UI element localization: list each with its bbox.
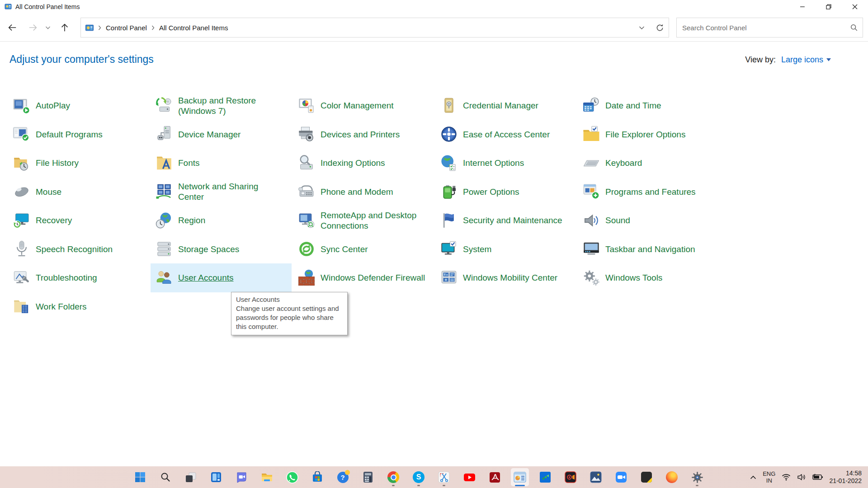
control-panel-icon: [514, 472, 526, 483]
wifi-icon[interactable]: [778, 468, 794, 486]
chat-button[interactable]: [232, 468, 250, 486]
search-box[interactable]: [676, 18, 863, 38]
control-panel-item-date-time[interactable]: Date and Time: [582, 91, 720, 120]
video-app-button[interactable]: [536, 468, 554, 486]
default-programs-icon: [13, 125, 31, 143]
control-panel-item-phone-modem[interactable]: Phone and Modem: [297, 178, 435, 206]
control-panel-item-file-history[interactable]: File History: [13, 149, 151, 178]
start-button[interactable]: [131, 468, 149, 486]
address-bar[interactable]: Control Panel All Control Panel Items: [80, 18, 669, 38]
screen-recorder-button[interactable]: [561, 468, 580, 486]
control-panel-item-file-explorer-options[interactable]: File Explorer Options: [582, 120, 720, 149]
breadcrumb-all-items[interactable]: All Control Panel Items: [159, 24, 228, 32]
battery-charging-icon[interactable]: [809, 468, 826, 486]
control-panel-item-device-manager[interactable]: Device Manager: [155, 120, 293, 149]
youtube-button[interactable]: [460, 468, 478, 486]
refresh-icon[interactable]: [651, 18, 669, 37]
close-button[interactable]: [842, 0, 868, 14]
autoplay-icon: [13, 97, 31, 115]
view-by-dropdown[interactable]: Large icons: [781, 55, 831, 65]
forward-icon[interactable]: [26, 21, 40, 34]
control-panel-item-power-options[interactable]: Power Options: [440, 178, 578, 206]
control-panel-item-user-accounts[interactable]: User Accounts: [151, 263, 292, 292]
work-folders-icon: [13, 297, 31, 315]
control-panel-item-network-sharing[interactable]: Network and Sharing Center: [155, 178, 293, 206]
control-panel-item-internet-options[interactable]: Internet Options: [440, 149, 578, 178]
control-panel-item-keyboard[interactable]: Keyboard: [582, 149, 720, 178]
control-panel-item-devices-printers[interactable]: Devices and Printers: [297, 120, 435, 149]
control-panel-item-backup-restore[interactable]: Backup and Restore (Windows 7): [155, 91, 293, 120]
task-view-button[interactable]: [182, 468, 200, 486]
control-panel-item-troubleshooting[interactable]: Troubleshooting: [13, 263, 151, 292]
chrome-button[interactable]: [384, 468, 402, 486]
acrobat-icon: [489, 472, 500, 483]
control-panel-item-indexing-options[interactable]: Indexing Options: [297, 149, 435, 178]
photos-button[interactable]: [587, 468, 605, 486]
control-panel-item-defender-firewall[interactable]: Windows Defender Firewall: [297, 263, 435, 292]
control-panel-item-mouse[interactable]: Mouse: [13, 178, 151, 206]
restore-button[interactable]: [816, 0, 842, 14]
clock[interactable]: 14:58 21-01-2022: [829, 469, 865, 485]
date-time-icon: [582, 97, 600, 115]
snipping-tool-button[interactable]: [435, 468, 453, 486]
control-panel-item-mobility-center[interactable]: Windows Mobility Center: [440, 263, 578, 292]
search-input[interactable]: [682, 24, 850, 32]
zoom-button[interactable]: [612, 468, 630, 486]
notes-app-icon: [641, 472, 652, 483]
control-panel-item-recovery[interactable]: Recovery: [13, 206, 151, 235]
address-dropdown-icon[interactable]: [632, 18, 651, 37]
calculator-button[interactable]: [359, 468, 377, 486]
control-panel-item-ease-of-access[interactable]: Ease of Access Center: [440, 120, 578, 149]
control-panel-item-work-folders[interactable]: Work Folders: [13, 292, 151, 321]
recent-locations-icon[interactable]: [43, 21, 52, 34]
control-panel-item-taskbar-navigation[interactable]: Taskbar and Navigation: [582, 235, 720, 264]
skype-button[interactable]: S: [410, 468, 428, 486]
settings-button[interactable]: [688, 468, 706, 486]
tooltip-title: User Accounts: [236, 295, 343, 304]
widgets-button[interactable]: [207, 468, 225, 486]
control-panel-item-remoteapp[interactable]: RemoteApp and Desktop Connections: [297, 206, 435, 235]
control-panel-item-sound[interactable]: Sound: [582, 206, 720, 235]
internet-options-icon: [440, 154, 458, 172]
window-title: All Control Panel Items: [15, 3, 80, 10]
notes-app-button[interactable]: [637, 468, 656, 486]
control-panel-taskbar-button[interactable]: [511, 468, 529, 486]
search-icon[interactable]: [850, 23, 858, 32]
widgets-icon: [210, 471, 222, 483]
control-panel-item-default-programs[interactable]: Default Programs: [13, 120, 151, 149]
minimize-button[interactable]: [789, 0, 816, 14]
tray-chevron-up-icon[interactable]: [747, 468, 760, 486]
up-icon[interactable]: [58, 21, 71, 34]
control-panel-item-speech-recognition[interactable]: Speech Recognition: [13, 235, 151, 264]
microsoft-store-button[interactable]: [308, 468, 326, 486]
control-panel-item-color-management[interactable]: Color Management: [297, 91, 435, 120]
firefox-button[interactable]: [663, 468, 681, 486]
search-button[interactable]: [156, 468, 175, 486]
navigation-bar: Control Panel All Control Panel Items: [0, 14, 868, 42]
get-help-icon: ?: [337, 472, 349, 483]
control-panel-item-fonts[interactable]: Fonts: [155, 149, 293, 178]
control-panel-item-system[interactable]: System: [440, 235, 578, 264]
file-explorer-button[interactable]: [258, 468, 276, 486]
indexing-options-icon: [297, 154, 316, 172]
back-icon[interactable]: [5, 21, 19, 34]
control-panel-item-storage-spaces[interactable]: Storage Spaces: [155, 235, 293, 264]
control-panel-item-region[interactable]: Region: [155, 206, 293, 235]
breadcrumb-control-panel[interactable]: Control Panel: [106, 24, 147, 32]
breadcrumb-chevron-icon: [98, 25, 101, 30]
acrobat-button[interactable]: [486, 468, 504, 486]
breadcrumb-chevron-icon: [151, 25, 155, 30]
control-panel-item-programs-features[interactable]: Programs and Features: [582, 178, 720, 206]
control-panel-item-security-maintenance[interactable]: Security and Maintenance: [440, 206, 578, 235]
get-help-button[interactable]: ?: [334, 468, 352, 486]
language-indicator[interactable]: ENG IN: [760, 468, 778, 486]
language-line2: IN: [763, 477, 775, 484]
control-panel-item-autoplay[interactable]: AutoPlay: [13, 91, 151, 120]
whatsapp-button[interactable]: [283, 468, 301, 486]
control-panel-item-windows-tools[interactable]: Windows Tools: [582, 263, 720, 292]
remoteapp-icon: [297, 211, 316, 230]
volume-icon[interactable]: [794, 468, 809, 486]
control-panel-item-sync-center[interactable]: Sync Center: [297, 235, 435, 264]
color-management-icon: [297, 97, 316, 115]
control-panel-item-credential-manager[interactable]: Credential Manager: [440, 91, 578, 120]
